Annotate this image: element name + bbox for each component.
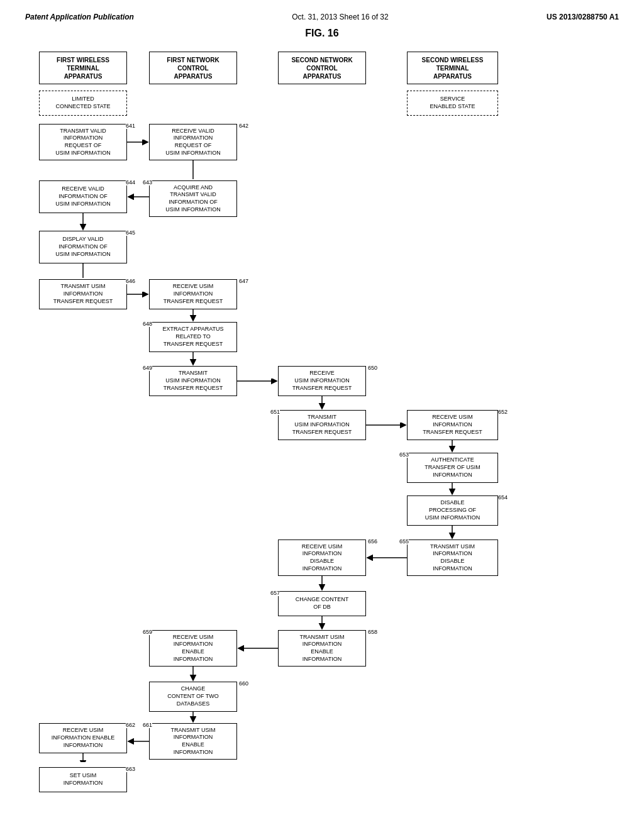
step-651: 651 <box>270 409 280 415</box>
box-661: TRANSMIT USIMINFORMATIONENABLEINFORMATIO… <box>149 723 237 760</box>
diagram: FIRST WIRELESSTERMINALAPPARATUS FIRST NE… <box>33 52 611 762</box>
box-663: SET USIMINFORMATION <box>39 767 127 792</box>
box-655: TRANSMIT USIMINFORMATIONDISABLEINFORMATI… <box>407 540 498 576</box>
step-641: 641 <box>126 123 135 129</box>
box-651: TRANSMITUSIM INFORMATIONTRANSFER REQUEST <box>278 410 366 440</box>
header-right: US 2013/0288750 A1 <box>547 13 619 21</box>
step-662: 662 <box>126 722 135 728</box>
fig-title: FIG. 16 <box>25 28 619 39</box>
box-660: CHANGECONTENT OF TWODATABASES <box>149 682 237 712</box>
step-652: 652 <box>498 409 508 415</box>
page: Patent Application Publication Oct. 31, … <box>0 0 644 830</box>
step-643: 643 <box>143 179 152 185</box>
box-643: ACQUIRE ANDTRANSMIT VALIDINFORMATION OFU… <box>149 180 237 217</box>
header-center: Oct. 31, 2013 Sheet 16 of 32 <box>292 13 388 21</box>
box-648: EXTRACT APPARATUSRELATED TOTRANSFER REQU… <box>149 322 237 352</box>
step-642: 642 <box>239 123 248 129</box>
col-header-4: SECOND WIRELESSTERMINALAPPARATUS <box>407 52 498 84</box>
header-left: Patent Application Publication <box>25 13 134 21</box>
box-652: RECEIVE USIMINFORMATIONTRANSFER REQUEST <box>407 410 498 440</box>
box-646: TRANSMIT USIMINFORMATIONTRANSFER REQUEST <box>39 279 127 309</box>
box-641: TRANSMIT VALIDINFORMATIONREQUEST OFUSIM … <box>39 124 127 160</box>
box-656: RECEIVE USIMINFORMATIONDISABLEINFORMATIO… <box>278 540 366 576</box>
col-header-2: FIRST NETWORKCONTROLAPPARATUS <box>149 52 237 84</box>
step-644: 644 <box>126 179 135 185</box>
step-648: 648 <box>143 321 152 327</box>
step-661: 661 <box>143 722 152 728</box>
box-659: RECEIVE USIMINFORMATIONENABLEINFORMATION <box>149 630 237 667</box>
service-enabled-state: SERVICEENABLED STATE <box>407 91 498 116</box>
box-653: AUTHENTICATETRANSFER OF USIMINFORMATION <box>407 453 498 483</box>
box-644: RECEIVE VALIDINFORMATION OFUSIM INFORMAT… <box>39 180 127 213</box>
box-650: RECEIVEUSIM INFORMATIONTRANSFER REQUEST <box>278 366 366 396</box>
step-647: 647 <box>239 278 248 284</box>
step-646: 646 <box>126 278 135 284</box>
step-660: 660 <box>239 680 248 687</box>
col-header-3: SECOND NETWORKCONTROLAPPARATUS <box>278 52 366 84</box>
step-649: 649 <box>143 365 152 371</box>
step-654: 654 <box>498 494 508 501</box>
step-658: 658 <box>368 629 377 635</box>
step-656: 656 <box>368 538 377 545</box>
step-653: 653 <box>399 451 409 458</box>
box-662: RECEIVE USIMINFORMATION ENABLEINFORMATIO… <box>39 723 127 753</box>
step-650: 650 <box>368 365 377 371</box>
box-647: RECEIVE USIMINFORMATIONTRANSFER REQUEST <box>149 279 237 309</box>
step-663: 663 <box>126 766 135 772</box>
box-657: CHANGE CONTENTOF DB <box>278 591 366 616</box>
step-657: 657 <box>270 590 280 596</box>
box-642: RECEIVE VALIDINFORMATIONREQUEST OFUSIM I… <box>149 124 237 160</box>
step-655: 655 <box>399 538 409 545</box>
limited-connected-state: LIMITEDCONNECTED STATE <box>39 91 127 116</box>
step-659: 659 <box>143 629 152 635</box>
col-header-1: FIRST WIRELESSTERMINALAPPARATUS <box>39 52 127 84</box>
box-658: TRANSMIT USIMINFORMATIONENABLEINFORMATIO… <box>278 630 366 667</box>
page-header: Patent Application Publication Oct. 31, … <box>25 13 619 21</box>
box-645: DISPLAY VALIDINFORMATION OFUSIM INFORMAT… <box>39 231 127 263</box>
box-649: TRANSMITUSIM INFORMATIONTRANSFER REQUEST <box>149 366 237 396</box>
step-645: 645 <box>126 230 135 236</box>
box-654: DISABLEPROCESSING OFUSIM INFORMATION <box>407 495 498 526</box>
